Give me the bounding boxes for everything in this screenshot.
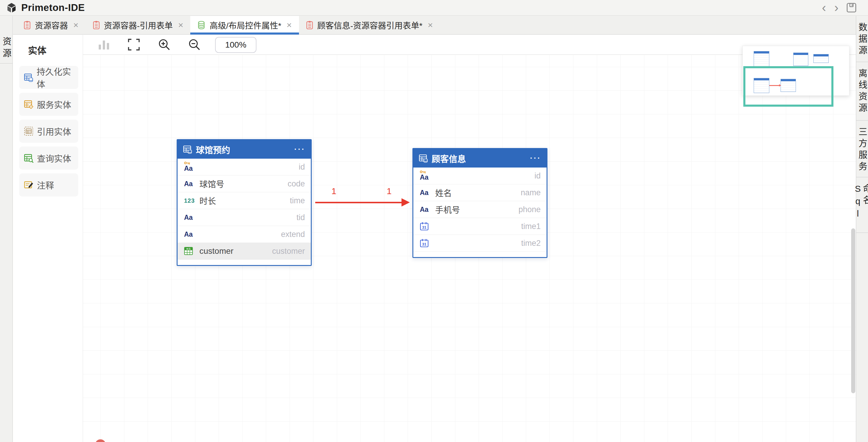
field-row-customer[interactable]: n:1 customer customer (178, 243, 311, 260)
rail-tab-third-party-services[interactable]: 三方服务 (856, 121, 868, 177)
entity-more-icon[interactable]: ··· (530, 154, 541, 163)
palette-item-label: 持久化实体 (37, 65, 78, 90)
tab-close-icon[interactable]: × (428, 20, 433, 30)
field-code: name (521, 188, 541, 197)
palette-item-label: 引用实体 (37, 125, 71, 137)
canvas-vertical-scrollbar[interactable] (851, 228, 855, 393)
tab-resource-container-ref-form[interactable]: 资源容器-引用表单 × (86, 16, 191, 34)
zoom-out-icon[interactable] (188, 38, 201, 51)
entity-title: 球馆预约 (196, 143, 291, 156)
field-row-phone[interactable]: Aa 手机号 phone (413, 201, 547, 218)
reference-entity-icon (24, 126, 34, 136)
entity-more-icon[interactable]: ··· (294, 145, 306, 154)
notification-dot[interactable] (95, 439, 106, 442)
tab-label: 资源容器-引用表单 (104, 19, 173, 31)
app-title: Primeton-IDE (21, 2, 85, 13)
minimap-entity (813, 54, 829, 63)
field-code: id (534, 171, 541, 181)
field-name: 时长 (199, 195, 216, 207)
palette-item-note[interactable]: 注释 (19, 173, 78, 196)
string-type-icon: Aa (420, 174, 428, 181)
query-entity-icon (24, 153, 34, 163)
palette-title: 实体 (28, 43, 83, 57)
relation-arrowhead-icon (402, 198, 410, 207)
palette-item-persistent-entity[interactable]: 持久化实体 (19, 66, 78, 89)
editor-tabbar: 资源容器 × 资源容器-引用表单 × 高级/布局控件属性* × (13, 16, 856, 35)
number-type-icon: 123 (184, 197, 195, 204)
string-type-icon: Aa (420, 189, 428, 197)
field-code: code (287, 179, 305, 189)
bar-chart-icon[interactable] (97, 38, 111, 51)
minimap-viewport-rect[interactable] (743, 66, 833, 107)
field-row-id[interactable]: Aa id (413, 167, 547, 184)
right-rail: 数据源 离线资源 三方服务 命名Sql (856, 16, 868, 442)
svg-text:31: 31 (422, 242, 426, 246)
field-row-time1[interactable]: 31 time1 (413, 218, 547, 235)
minimap-entity (793, 53, 808, 66)
field-name: 手机号 (435, 203, 460, 215)
field-row-tid[interactable]: Aa tid (178, 209, 311, 226)
rail-tab-data-source[interactable]: 数据源 (856, 16, 868, 62)
string-type-icon: Aa (420, 206, 428, 214)
field-row-extend[interactable]: Aa extend (178, 226, 311, 243)
zoom-level-input[interactable]: 100% (215, 37, 256, 53)
field-row-id[interactable]: Aa id (178, 159, 311, 176)
field-row-time[interactable]: 123 时长 time (178, 192, 311, 209)
tab-close-icon[interactable]: × (286, 20, 292, 30)
fit-screen-icon[interactable] (127, 38, 140, 51)
entity-header[interactable]: 顾客信息 ··· (413, 149, 547, 167)
tab-label: 资源容器 (35, 19, 68, 31)
rail-tab-label: 数据源 (858, 23, 867, 62)
palette-item-query-entity[interactable]: 查询实体 (19, 147, 78, 169)
nav-forward-icon[interactable]: › (830, 2, 843, 13)
field-code: id (299, 162, 305, 172)
field-row-time2[interactable]: 31 time2 (413, 235, 547, 252)
app-header: Primeton-IDE ‹ › (0, 0, 868, 15)
date-type-icon: 31 (420, 239, 429, 248)
note-icon (24, 180, 34, 190)
tab-customer-info-ref-form[interactable]: 顾客信息-资源容器引用表单* × (299, 16, 440, 34)
rail-tab-label: 离线资源 (858, 68, 867, 120)
form-icon-red (24, 21, 31, 30)
entity-palette: 实体 持久化实体 (13, 35, 83, 442)
field-code: time2 (521, 239, 541, 248)
palette-item-reference-entity[interactable]: 引用实体 (19, 120, 78, 143)
tab-advanced-layout-widget-props[interactable]: 高级/布局控件属性* × (190, 16, 299, 34)
palette-item-label: 注释 (37, 179, 54, 191)
canvas-toolbar: 100% (83, 35, 856, 55)
rail-tab-resources[interactable]: 资源 (0, 16, 12, 64)
relation-target-cardinality: 1 (380, 186, 398, 196)
entity-header[interactable]: 球馆预约 ··· (178, 140, 311, 159)
relation-n1-icon: n:1 (184, 247, 193, 256)
entity-card-customer-info[interactable]: 顾客信息 ··· Aa id Aa 姓名 (412, 148, 548, 258)
tab-resource-container[interactable]: 资源容器 × (17, 16, 86, 34)
relation-source-cardinality: 1 (325, 186, 343, 196)
string-type-icon: Aa (184, 230, 193, 239)
field-name: customer (199, 246, 234, 256)
tab-close-icon[interactable]: × (178, 20, 183, 30)
field-row-name[interactable]: Aa 姓名 name (413, 184, 547, 201)
tab-label: 顾客信息-资源容器引用表单* (317, 19, 423, 31)
save-icon (846, 2, 857, 13)
form-icon-red (93, 21, 100, 30)
rail-tab-offline-resources[interactable]: 离线资源 (856, 62, 868, 121)
field-row-code[interactable]: Aa 球馆号 code (178, 176, 311, 192)
entity-card-gym-reservation[interactable]: 球馆预约 ··· Aa id Aa 球馆号 (177, 139, 312, 266)
diagram-canvas[interactable]: 球馆预约 ··· Aa id Aa 球馆号 (83, 55, 856, 442)
svg-text:n:1: n:1 (186, 247, 191, 250)
entity-table-icon (183, 145, 192, 154)
tab-close-icon[interactable]: × (73, 20, 79, 30)
svg-text:31: 31 (422, 225, 426, 229)
field-name: 姓名 (435, 187, 452, 198)
save-button[interactable] (846, 2, 857, 13)
nav-back-icon[interactable]: ‹ (818, 2, 830, 13)
rail-tab-label: 命名Sql (853, 184, 868, 232)
left-rail: 资源 (0, 16, 13, 442)
tab-label: 高级/布局控件属性* (210, 19, 281, 31)
rail-tab-named-sql[interactable]: 命名Sql (856, 177, 868, 233)
palette-item-service-entity[interactable]: 服务实体 (19, 93, 78, 116)
field-code: extend (281, 230, 305, 239)
string-type-icon: Aa (184, 180, 193, 188)
zoom-in-icon[interactable] (158, 38, 171, 51)
relation-arrow-line[interactable] (315, 202, 403, 203)
